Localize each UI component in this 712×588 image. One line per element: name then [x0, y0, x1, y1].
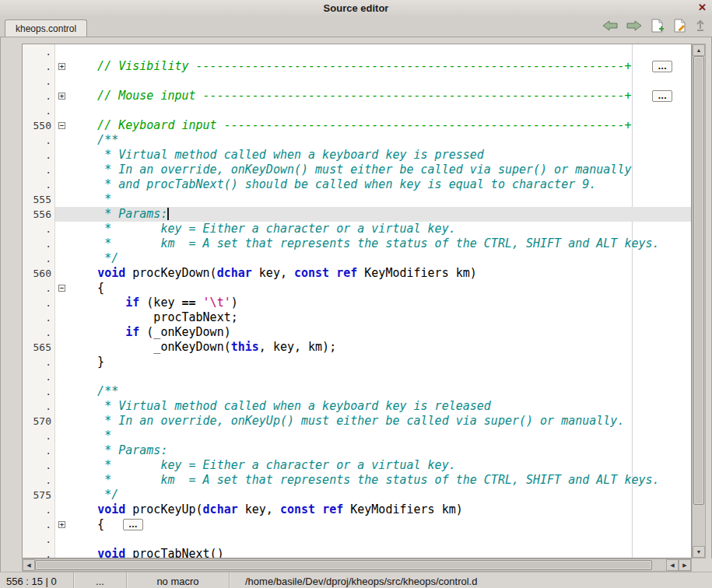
- fold-expand-icon[interactable]: +: [58, 63, 65, 70]
- code-text[interactable]: *: [69, 429, 111, 443]
- code-text[interactable]: {: [69, 281, 104, 296]
- code-text[interactable]: void procKeyDown(dchar key, const ref Ke…: [69, 266, 477, 281]
- fold-column: [55, 473, 69, 488]
- line-number[interactable]: 560: [23, 266, 55, 281]
- fold-column: [55, 74, 69, 89]
- code-text[interactable]: * In an override, onKeyUp() must either …: [69, 414, 624, 429]
- go-back-button[interactable]: [602, 19, 619, 32]
- code-editor[interactable]: ..+ // Visibility ----------------------…: [22, 44, 692, 558]
- go-forward-button[interactable]: [626, 19, 643, 32]
- tab-kheops-control[interactable]: kheops.control: [5, 19, 87, 37]
- code-text[interactable]: if (key == '\t'): [69, 296, 238, 310]
- line-number[interactable]: .: [23, 236, 55, 251]
- code-text[interactable]: * Params:: [69, 443, 167, 458]
- code-text[interactable]: if (_onKeyDown): [69, 325, 231, 340]
- code-text[interactable]: void procKeyUp(dchar key, const ref KeyM…: [69, 502, 463, 517]
- fold-column: [55, 44, 69, 59]
- line-number[interactable]: .: [23, 310, 55, 325]
- line-number[interactable]: .: [23, 44, 55, 59]
- line-number[interactable]: .: [23, 222, 55, 236]
- line-number[interactable]: 550: [23, 118, 55, 133]
- code-text[interactable]: * key = Either a character or a virtual …: [69, 222, 456, 236]
- fold-column: [55, 340, 69, 355]
- horizontal-scroll-thumb[interactable]: [35, 560, 652, 570]
- line-number[interactable]: .: [23, 103, 55, 118]
- code-text[interactable]: * key = Either a character or a virtual …: [69, 458, 456, 473]
- line-number[interactable]: 555: [23, 192, 55, 207]
- scroll-left-icon[interactable]: ◀: [23, 559, 35, 571]
- line-number[interactable]: .: [23, 547, 55, 558]
- code-text[interactable]: * km = A set that represents the status …: [69, 473, 660, 488]
- code-text[interactable]: // Visibility --------------------------…: [69, 59, 672, 74]
- fold-expand-icon[interactable]: +: [58, 521, 65, 528]
- code-text[interactable]: * Virtual method called when a keyboard …: [69, 148, 484, 163]
- scroll-left-icon-right-end[interactable]: ◀: [666, 559, 679, 571]
- code-text[interactable]: // Mouse input -------------------------…: [69, 89, 672, 103]
- line-number[interactable]: .: [23, 296, 55, 310]
- fold-collapse-icon[interactable]: −: [58, 285, 65, 292]
- line-number[interactable]: .: [23, 355, 55, 369]
- line-number[interactable]: .: [23, 148, 55, 163]
- line-number[interactable]: .: [23, 133, 55, 148]
- code-text[interactable]: /**: [69, 384, 118, 399]
- line-number[interactable]: .: [23, 517, 55, 532]
- line-number[interactable]: .: [23, 429, 55, 443]
- line-number[interactable]: .: [23, 59, 55, 74]
- new-document-button[interactable]: [650, 19, 665, 33]
- line-number[interactable]: .: [23, 458, 55, 473]
- line-number[interactable]: .: [23, 502, 55, 517]
- code-text[interactable]: procTabNext;: [69, 310, 238, 325]
- fold-column: [55, 103, 69, 118]
- vertical-scrollbar[interactable]: ▲ ▼: [692, 44, 706, 558]
- line-number[interactable]: .: [23, 177, 55, 192]
- fold-expand-icon[interactable]: +: [58, 93, 65, 100]
- code-text[interactable]: {...: [69, 517, 143, 532]
- line-number[interactable]: .: [23, 74, 55, 89]
- line-number[interactable]: .: [23, 251, 55, 266]
- code-line: . *: [23, 429, 691, 443]
- scroll-up-icon[interactable]: ▲: [693, 44, 705, 56]
- line-number[interactable]: .: [23, 384, 55, 399]
- code-text[interactable]: void procTabNext(): [69, 547, 224, 558]
- line-number[interactable]: 565: [23, 340, 55, 355]
- line-number[interactable]: 556: [23, 207, 55, 222]
- line-number[interactable]: 570: [23, 414, 55, 429]
- code-text[interactable]: */: [69, 251, 118, 266]
- scroll-right-icon[interactable]: ▶: [679, 559, 691, 571]
- code-line: .+ // Visibility -----------------------…: [23, 59, 691, 74]
- line-number[interactable]: .: [23, 281, 55, 296]
- vertical-scroll-thumb[interactable]: [693, 56, 704, 505]
- line-number[interactable]: .: [23, 369, 55, 384]
- code-text[interactable]: // Keyboard input ----------------------…: [69, 118, 631, 133]
- code-text[interactable]: * km = A set that represents the status …: [69, 236, 660, 251]
- code-text[interactable]: * Params:: [69, 207, 169, 222]
- fold-column: [55, 133, 69, 148]
- window-title: Source editor: [324, 2, 389, 14]
- code-text[interactable]: * In an override, onKeyDown() must eithe…: [69, 163, 631, 177]
- code-text[interactable]: *: [69, 192, 111, 207]
- line-number[interactable]: .: [23, 532, 55, 547]
- line-number[interactable]: .: [23, 89, 55, 103]
- line-number[interactable]: .: [23, 163, 55, 177]
- folded-code-ellipsis[interactable]: ...: [123, 519, 142, 530]
- line-number[interactable]: .: [23, 443, 55, 458]
- code-text[interactable]: /**: [69, 133, 118, 148]
- horizontal-scrollbar[interactable]: ◀ ◀ ▶: [22, 558, 692, 572]
- close-icon[interactable]: ✕: [698, 2, 707, 13]
- code-text[interactable]: * and procTabNext() should be called whe…: [69, 177, 596, 192]
- editor-toolbar: [602, 19, 706, 33]
- fold-collapse-icon[interactable]: −: [58, 122, 65, 129]
- code-text[interactable]: _onKeyDown(this, key, km);: [69, 340, 336, 355]
- line-number[interactable]: .: [23, 399, 55, 414]
- folded-code-ellipsis[interactable]: ...: [652, 90, 672, 102]
- code-text[interactable]: */: [69, 488, 118, 502]
- line-number[interactable]: 575: [23, 488, 55, 502]
- line-number[interactable]: .: [23, 325, 55, 340]
- code-text[interactable]: * Virtual method called when a keyboard …: [69, 399, 491, 414]
- detach-editor-button[interactable]: [695, 19, 706, 32]
- scroll-down-icon[interactable]: ▼: [693, 546, 705, 558]
- line-number[interactable]: .: [23, 473, 55, 488]
- save-document-button[interactable]: [672, 19, 688, 33]
- code-text[interactable]: }: [69, 355, 104, 369]
- folded-code-ellipsis[interactable]: ...: [652, 61, 672, 72]
